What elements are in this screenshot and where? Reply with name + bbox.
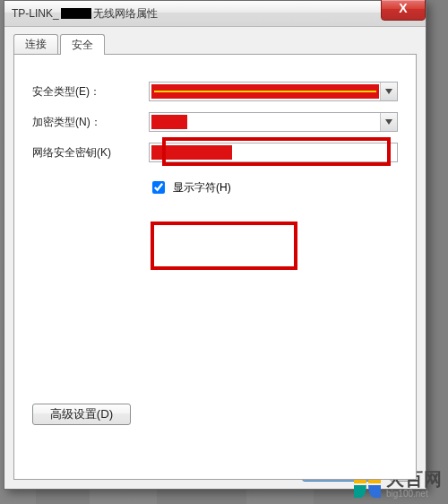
dropdown-arrow-icon[interactable] <box>380 83 397 100</box>
title-text-prefix: TP-LINK_ <box>12 7 59 20</box>
wireless-properties-dialog: TP-LINK_ 无线网络属性 X 连接 安全 安全类型(E)： 加密类型(N)… <box>4 0 426 490</box>
security-type-combo[interactable] <box>149 82 398 101</box>
network-key-field[interactable] <box>149 143 398 162</box>
row-security-type: 安全类型(E)： <box>32 82 398 101</box>
network-key-label: 网络安全密钥(K) <box>32 145 149 161</box>
tab-strip: 连接 安全 <box>13 34 417 54</box>
tab-security[interactable]: 安全 <box>60 34 105 55</box>
redacted-value <box>151 115 187 129</box>
advanced-settings-button[interactable]: 高级设置(D) <box>32 404 131 425</box>
annotation-highlight-checkbox <box>151 222 297 270</box>
advanced-row: 高级设置(D) <box>32 404 398 425</box>
row-encryption-type: 加密类型(N)： <box>32 112 398 132</box>
security-tab-page: 安全类型(E)： 加密类型(N)： 网络安全密钥(K <box>13 54 417 480</box>
watermark-url: big100.net <box>386 489 443 499</box>
encryption-type-combo[interactable] <box>149 112 398 132</box>
title-text-suffix: 无线网络属性 <box>93 6 158 22</box>
redacted-value <box>151 145 232 160</box>
tab-connect[interactable]: 连接 <box>13 34 58 54</box>
title-bar[interactable]: TP-LINK_ 无线网络属性 X <box>4 1 426 27</box>
show-characters-checkbox[interactable] <box>152 181 165 194</box>
row-network-key: 网络安全密钥(K) <box>32 143 398 162</box>
redacted-ssid <box>61 8 91 19</box>
redacted-value <box>151 84 379 99</box>
close-button[interactable]: X <box>381 0 426 21</box>
security-type-label: 安全类型(E)： <box>32 84 149 100</box>
dropdown-arrow-icon[interactable] <box>380 113 397 131</box>
encryption-type-label: 加密类型(N)： <box>32 115 149 130</box>
row-show-characters: 显示字符(H) <box>149 178 398 196</box>
dialog-client-area: 连接 安全 安全类型(E)： 加密类型(N)： <box>4 27 426 489</box>
show-characters-label: 显示字符(H) <box>173 180 231 196</box>
